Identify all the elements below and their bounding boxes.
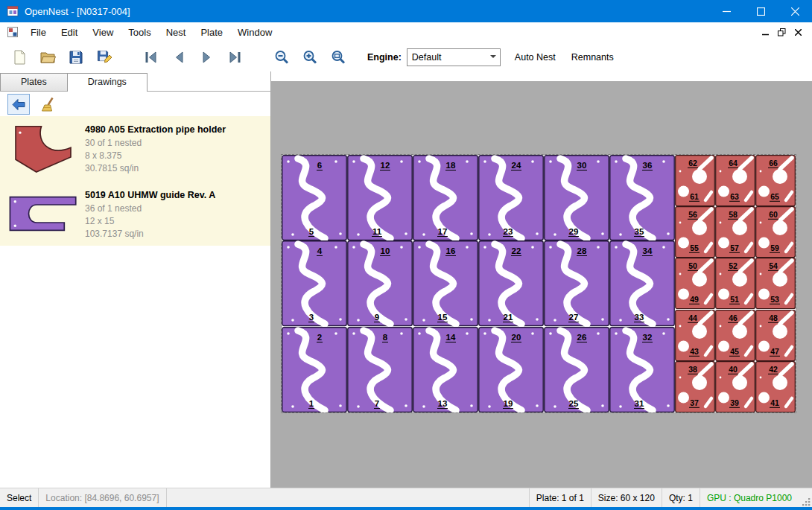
resize-grip[interactable] (799, 488, 812, 508)
return-part-button[interactable] (7, 94, 30, 115)
nest-cell-purple[interactable]: 87 (347, 327, 413, 412)
zoom-in-button[interactable] (298, 45, 322, 69)
svg-text:16: 16 (446, 246, 456, 255)
svg-text:41: 41 (770, 399, 779, 407)
menu-view[interactable]: View (85, 22, 121, 42)
menu-file[interactable]: File (23, 22, 54, 42)
drawing-thumbnail (1, 121, 85, 176)
next-plate-button[interactable] (195, 45, 219, 69)
nest-cell-red[interactable]: 4645 (715, 310, 755, 361)
svg-text:55: 55 (690, 244, 699, 252)
zoom-to-fit-button[interactable] (326, 45, 350, 69)
svg-text:45: 45 (730, 348, 739, 356)
nest-cell-purple[interactable]: 1211 (347, 155, 413, 240)
svg-text:20: 20 (512, 333, 521, 342)
svg-text:46: 46 (729, 314, 738, 322)
drawing-item[interactable]: 5019 A10 UHMW guide Rev. A36 of 1 nested… (0, 182, 270, 246)
mdi-close-button[interactable] (790, 25, 806, 40)
menu-plate[interactable]: Plate (193, 22, 230, 42)
drawing-nested-count: 30 of 1 nested (85, 137, 226, 150)
nest-cell-red[interactable]: 5655 (675, 206, 715, 258)
tab-drawings[interactable]: Drawings (67, 73, 148, 92)
status-qty: Qty: 1 (662, 488, 700, 507)
nest-cell-red[interactable]: 4443 (675, 310, 715, 361)
mdi-minimize-button[interactable] (757, 25, 773, 40)
nest-cell-purple[interactable]: 3231 (609, 327, 675, 412)
nest-cell-purple[interactable]: 3635 (609, 155, 675, 240)
nest-cell-purple[interactable]: 2827 (544, 240, 609, 326)
nest-cell-red[interactable]: 5453 (755, 258, 796, 309)
svg-text:31: 31 (635, 399, 644, 408)
chevron-down-icon (490, 55, 496, 61)
nest-cell-purple[interactable]: 3433 (609, 240, 675, 326)
nest-cell-red[interactable]: 5049 (675, 258, 715, 309)
nest-cell-red[interactable]: 5251 (715, 258, 755, 309)
nest-cell-purple[interactable]: 65 (282, 155, 347, 240)
svg-text:36: 36 (643, 161, 653, 170)
close-button[interactable] (778, 0, 812, 22)
save-button[interactable] (64, 45, 88, 69)
nest-cell-red[interactable]: 3837 (675, 361, 715, 412)
svg-text:53: 53 (770, 296, 779, 304)
nest-cell-purple[interactable]: 2423 (478, 155, 544, 240)
open-folder-icon (39, 49, 56, 66)
svg-text:29: 29 (569, 227, 579, 236)
nest-cell-red[interactable]: 4039 (715, 361, 755, 412)
svg-text:26: 26 (577, 333, 587, 342)
svg-text:6: 6 (317, 161, 322, 170)
new-button[interactable] (7, 45, 31, 69)
nest-cell-purple[interactable]: 3029 (544, 155, 609, 240)
svg-text:17: 17 (438, 227, 448, 236)
nest-cell-red[interactable]: 6463 (715, 155, 755, 206)
svg-text:12: 12 (381, 161, 390, 170)
first-arrow-icon (142, 49, 159, 66)
nest-cell-red[interactable]: 6665 (755, 155, 796, 206)
drawing-item[interactable]: 4980 A05 Extraction pipe holder30 of 1 n… (0, 116, 270, 182)
nest-cell-red[interactable]: 4241 (755, 361, 796, 412)
mdi-window-controls (757, 25, 812, 40)
nest-cell-purple[interactable]: 1615 (413, 240, 478, 326)
menu-window[interactable]: Window (230, 22, 279, 42)
zoom-out-button[interactable] (270, 45, 294, 69)
nest-cell-purple[interactable]: 2625 (544, 327, 609, 412)
drawing-area: 30.7815 sq/in (85, 162, 226, 175)
nest-cell-purple[interactable]: 1817 (413, 155, 478, 240)
open-button[interactable] (36, 45, 60, 69)
nest-cell-purple[interactable]: 1413 (413, 327, 478, 412)
first-plate-button[interactable] (139, 45, 162, 69)
previous-plate-button[interactable] (167, 45, 191, 69)
svg-text:39: 39 (730, 399, 739, 407)
nest-cell-red[interactable]: 6059 (755, 206, 796, 258)
minimize-button[interactable] (709, 0, 743, 22)
document-window-icon (7, 27, 19, 38)
maximize-button[interactable] (743, 0, 778, 22)
clear-button[interactable] (37, 94, 60, 115)
nest-cell-purple[interactable]: 109 (347, 240, 413, 326)
mdi-restore-button[interactable] (773, 25, 790, 40)
engine-select[interactable]: Default (407, 48, 501, 66)
nest-cell-purple[interactable]: 2019 (478, 327, 544, 412)
tab-plates[interactable]: Plates (0, 73, 68, 91)
menu-tools[interactable]: Tools (121, 22, 158, 42)
nest-cell-purple[interactable]: 2221 (478, 240, 544, 326)
last-plate-button[interactable] (223, 45, 247, 69)
menu-nest[interactable]: Nest (159, 22, 194, 42)
nest-cell-purple[interactable]: 43 (282, 240, 347, 326)
plate-sheet[interactable]: 6512111817242330293635431091615222128273… (282, 155, 796, 412)
nest-cell-red[interactable]: 4847 (755, 310, 796, 361)
nest-cell-red[interactable]: 5857 (715, 206, 755, 258)
remnants-button[interactable]: Remnants (570, 49, 615, 66)
menu-edit[interactable]: Edit (54, 22, 85, 42)
svg-text:51: 51 (730, 296, 739, 304)
nest-cell-purple[interactable]: 21 (282, 327, 347, 412)
red-part-thumbnail-shape (12, 121, 74, 176)
svg-text:14: 14 (446, 333, 456, 342)
title-bar: OpenNest - [N0317-004] (0, 0, 812, 22)
new-file-icon (11, 49, 28, 66)
nest-canvas[interactable]: 6512111817242330293635431091615222128273… (271, 71, 812, 488)
auto-nest-button[interactable]: Auto Nest (513, 49, 557, 66)
svg-text:42: 42 (769, 366, 778, 374)
save-as-button[interactable] (92, 45, 116, 69)
nest-cell-red[interactable]: 6261 (675, 155, 715, 206)
menu-items: FileEditViewToolsNestPlateWindow (23, 22, 279, 42)
